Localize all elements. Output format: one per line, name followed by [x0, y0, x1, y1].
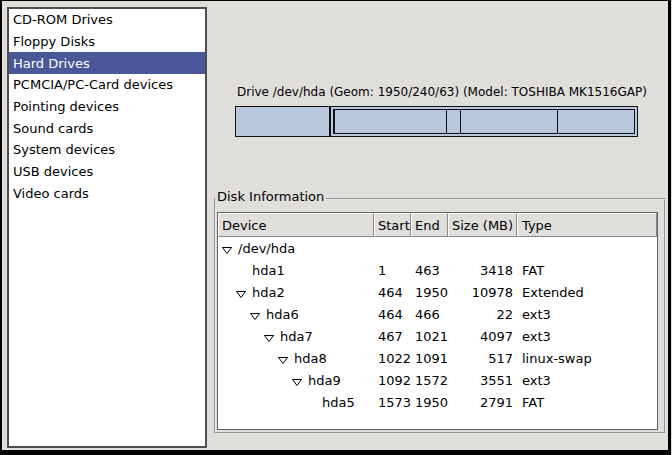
type-value: linux-swap	[517, 351, 657, 366]
size-value: 4097	[448, 329, 517, 344]
table-header-row: DeviceStartEndSize (MB)Type	[218, 213, 657, 237]
partition-segment-hda8	[447, 110, 461, 133]
disk-information-label: Disk Information	[215, 189, 326, 204]
end-value: 1091	[411, 351, 448, 366]
column-header-size-mb-[interactable]: Size (MB)	[448, 213, 517, 237]
size-value: 10978	[448, 285, 517, 300]
type-value: ext3	[517, 373, 657, 388]
category-item[interactable]: Floppy Disks	[9, 31, 205, 53]
end-value: 466	[411, 307, 448, 322]
partition-segment-hda7	[335, 110, 447, 133]
expander-icon[interactable]	[264, 335, 274, 342]
category-item[interactable]: Hard Drives	[9, 52, 205, 74]
start-value: 464	[374, 307, 411, 322]
column-header-start[interactable]: Start	[374, 213, 411, 237]
size-value: 517	[448, 351, 517, 366]
column-header-type[interactable]: Type	[517, 213, 657, 237]
device-name: hda7	[280, 329, 313, 344]
category-item[interactable]: CD-ROM Drives	[9, 9, 205, 31]
table-row-hda8[interactable]: hda810221091517linux-swap	[218, 347, 657, 369]
expander-icon[interactable]	[236, 291, 246, 298]
device-name: /dev/hda	[238, 241, 295, 256]
table-row--dev-hda[interactable]: /dev/hda	[218, 237, 657, 259]
category-item[interactable]: Video cards	[9, 183, 205, 205]
expander-icon[interactable]	[250, 313, 260, 320]
drive-info-label: Drive /dev/hda (Geom: 1950/240/63) (Mode…	[237, 85, 647, 99]
type-value: Extended	[517, 285, 657, 300]
device-name: hda2	[252, 285, 285, 300]
end-value: 1950	[411, 395, 448, 410]
table-row-hda6[interactable]: hda646446622ext3	[218, 303, 657, 325]
device-name: hda9	[308, 373, 341, 388]
device-name: hda1	[252, 263, 285, 278]
size-value: 3551	[448, 373, 517, 388]
disk-information-table: DeviceStartEndSize (MB)Type /dev/hdahda1…	[217, 212, 658, 430]
partition-segment-hda5	[558, 110, 634, 133]
start-value: 1	[374, 263, 411, 278]
partition-bar	[235, 106, 638, 137]
table-row-hda9[interactable]: hda9109215723551ext3	[218, 369, 657, 391]
partition-segment-hda1	[236, 107, 331, 136]
end-value: 1572	[411, 373, 448, 388]
column-header-end[interactable]: End	[411, 213, 448, 237]
device-category-list: CD-ROM DrivesFloppy DisksHard DrivesPCMC…	[7, 7, 207, 448]
size-value: 2791	[448, 395, 517, 410]
end-value: 463	[411, 263, 448, 278]
device-name: hda5	[322, 395, 355, 410]
start-value: 467	[374, 329, 411, 344]
start-value: 1022	[374, 351, 411, 366]
device-name: hda8	[294, 351, 327, 366]
expander-icon[interactable]	[222, 247, 232, 254]
device-name: hda6	[266, 307, 299, 322]
start-value: 1092	[374, 373, 411, 388]
table-row-hda5[interactable]: hda5157319502791FAT	[218, 391, 657, 413]
table-row-hda7[interactable]: hda746710214097ext3	[218, 325, 657, 347]
size-value: 22	[448, 307, 517, 322]
size-value: 3418	[448, 263, 517, 278]
column-header-device[interactable]: Device	[218, 213, 374, 237]
type-value: ext3	[517, 329, 657, 344]
category-item[interactable]: Sound cards	[9, 117, 205, 139]
expander-icon[interactable]	[278, 357, 288, 364]
end-value: 1950	[411, 285, 448, 300]
table-row-hda1[interactable]: hda114633418FAT	[218, 259, 657, 281]
partition-segment-extended	[331, 107, 637, 136]
expander-icon[interactable]	[292, 379, 302, 386]
start-value: 464	[374, 285, 411, 300]
category-item[interactable]: Pointing devices	[9, 96, 205, 118]
category-item[interactable]: USB devices	[9, 161, 205, 183]
partition-segment-hda9	[461, 110, 558, 133]
type-value: FAT	[517, 263, 657, 278]
type-value: ext3	[517, 307, 657, 322]
table-row-hda2[interactable]: hda2464195010978Extended	[218, 281, 657, 303]
end-value: 1021	[411, 329, 448, 344]
category-item[interactable]: System devices	[9, 139, 205, 161]
logical-partitions	[333, 109, 635, 134]
category-item[interactable]: PCMCIA/PC-Card devices	[9, 74, 205, 96]
start-value: 1573	[374, 395, 411, 410]
type-value: FAT	[517, 395, 657, 410]
